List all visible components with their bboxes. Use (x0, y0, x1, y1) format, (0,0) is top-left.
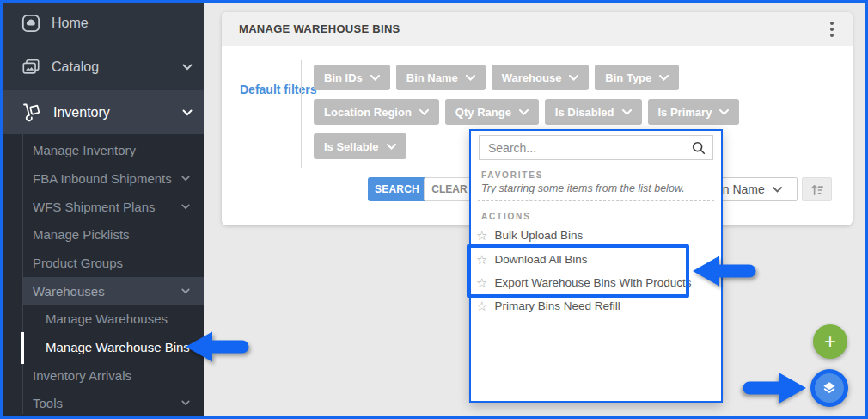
filter-chip-row-3: Is Sellable (314, 133, 406, 159)
sidebar-item-label: FBA Inbound Shipments (33, 171, 172, 186)
chip-label: Bin Name (406, 71, 458, 84)
actions-section-label: ACTIONS (481, 212, 531, 221)
favorites-section-label: FAVORITES (481, 170, 543, 180)
sort-ascending-icon (809, 182, 825, 198)
filter-chip-location-region[interactable]: Location Region (314, 99, 439, 125)
filter-chip-row-2: Location Region Qty Range Is Disabled Is… (314, 99, 739, 125)
layers-icon (821, 379, 838, 397)
filter-chip-row-1: Bin IDs Bin Name Warehouse Bin Type (314, 65, 679, 90)
sidebar-item-label: Inventory (53, 105, 110, 120)
chip-label: Is Disabled (555, 106, 614, 119)
page-title: MANAGE WAREHOUSE BINS (239, 12, 400, 46)
chevron-down-icon (387, 144, 396, 150)
filters-divider (301, 60, 302, 168)
menu-item-label: Primary Bins Need Refill (494, 299, 620, 312)
sidebar-item-manage-warehouses[interactable]: Manage Warehouses (0, 305, 204, 333)
annotation-arrow-menu (691, 253, 760, 289)
sidebar-item-label: WFS Shipment Plans (33, 200, 156, 214)
search-input[interactable] (479, 135, 713, 160)
chevron-down-icon (181, 400, 190, 406)
menu-item-label: Bulk Upload Bins (494, 229, 583, 242)
chevron-down-icon (181, 176, 190, 182)
filter-chip-is-disabled[interactable]: Is Disabled (545, 99, 642, 125)
add-bin-fab[interactable]: + (813, 324, 847, 359)
chevron-down-icon (182, 109, 193, 116)
sidebar-item-label: Manage Warehouse Bins (46, 340, 190, 354)
chip-label: Is Primary (658, 106, 712, 119)
chevron-down-icon (719, 109, 729, 115)
clear-button[interactable]: CLEAR (424, 177, 475, 201)
default-filters-link[interactable]: Default filters (240, 83, 316, 96)
sidebar-item-label: Manage Picklists (33, 227, 130, 242)
star-icon[interactable]: ☆ (476, 299, 487, 312)
chevron-down-icon (659, 75, 669, 81)
sidebar-item-product-groups[interactable]: Product Groups (0, 249, 204, 277)
chip-label: Is Sellable (324, 140, 379, 153)
filter-chip-warehouse[interactable]: Warehouse (492, 65, 590, 90)
sidebar-item-label: Tools (33, 396, 63, 410)
inventory-icon (21, 102, 42, 123)
sidebar-item-manage-picklists[interactable]: Manage Picklists (0, 220, 204, 249)
chevron-down-icon (519, 109, 529, 115)
sidebar-item-inventory-arrivals[interactable]: Inventory Arrivals (0, 361, 204, 390)
menu-item-bulk-upload-bins[interactable]: ☆ Bulk Upload Bins (476, 223, 717, 247)
sidebar-item-label: Home (52, 15, 89, 31)
filter-chip-qty-range[interactable]: Qty Range (445, 99, 539, 125)
sidebar-item-label: Product Groups (33, 256, 123, 270)
search-icon (691, 140, 706, 159)
home-icon (21, 14, 40, 33)
sidebar-item-home[interactable]: Home (0, 3, 204, 44)
chevron-down-icon (182, 64, 193, 71)
sidebar-item-wfs-shipment-plans[interactable]: WFS Shipment Plans (0, 193, 204, 221)
filter-chip-bin-ids[interactable]: Bin IDs (314, 65, 390, 90)
chevron-down-icon (181, 288, 190, 294)
sidebar-item-manage-inventory[interactable]: Manage Inventory (0, 136, 204, 164)
kebab-menu-icon[interactable] (822, 19, 842, 40)
sidebar-item-label: Inventory Arrivals (33, 368, 131, 383)
section-divider (478, 200, 714, 201)
filter-chip-is-sellable[interactable]: Is Sellable (314, 133, 406, 159)
annotation-arrow-sidebar (184, 329, 253, 365)
chevron-down-icon (419, 109, 429, 115)
bulk-actions-fab[interactable] (810, 369, 848, 407)
sidebar-item-label: Manage Inventory (33, 143, 136, 157)
app-window: Home Catalog Inventory Manage Inventory … (0, 0, 868, 419)
star-icon[interactable]: ☆ (476, 229, 487, 242)
filter-chip-bin-name[interactable]: Bin Name (396, 65, 486, 90)
chevron-down-icon (569, 75, 578, 81)
chip-label: Warehouse (502, 71, 562, 84)
annotation-arrow-fab (739, 370, 808, 406)
chevron-down-icon (622, 109, 632, 115)
sidebar: Home Catalog Inventory Manage Inventory … (0, 0, 204, 419)
filter-chip-is-primary[interactable]: Is Primary (648, 99, 740, 125)
sidebar-item-label: Warehouses (33, 284, 105, 299)
panel-search (479, 135, 713, 160)
sidebar-item-label: Manage Warehouses (46, 311, 168, 326)
active-item-indicator (21, 332, 24, 364)
filter-chip-bin-type[interactable]: Bin Type (595, 65, 679, 90)
chevron-down-icon (773, 187, 782, 193)
sidebar-item-label: Catalog (52, 59, 99, 75)
sidebar-item-catalog[interactable]: Catalog (0, 44, 204, 90)
annotation-highlight-box (467, 244, 689, 298)
plus-icon: + (824, 330, 836, 354)
card-header: MANAGE WAREHOUSE BINS (222, 12, 853, 46)
sort-direction-button[interactable] (802, 177, 832, 201)
sidebar-item-inventory[interactable]: Inventory (0, 90, 204, 134)
catalog-icon (21, 58, 40, 77)
chevron-down-icon (466, 75, 475, 81)
chip-label: Bin IDs (324, 71, 363, 84)
sidebar-item-manage-warehouse-bins[interactable]: Manage Warehouse Bins (0, 333, 204, 360)
chevron-down-icon (181, 204, 190, 210)
chip-label: Qty Range (455, 106, 511, 119)
favorites-hint: Try starring some items from the list be… (481, 182, 685, 194)
sidebar-item-tools[interactable]: Tools (0, 389, 204, 417)
chip-label: Location Region (324, 106, 412, 119)
chevron-down-icon (370, 75, 380, 81)
sidebar-item-warehouses[interactable]: Warehouses (23, 277, 204, 305)
chip-label: Bin Type (605, 71, 651, 84)
sidebar-item-fba-inbound-shipments[interactable]: FBA Inbound Shipments (0, 164, 204, 193)
search-button[interactable]: SEARCH (368, 177, 426, 201)
